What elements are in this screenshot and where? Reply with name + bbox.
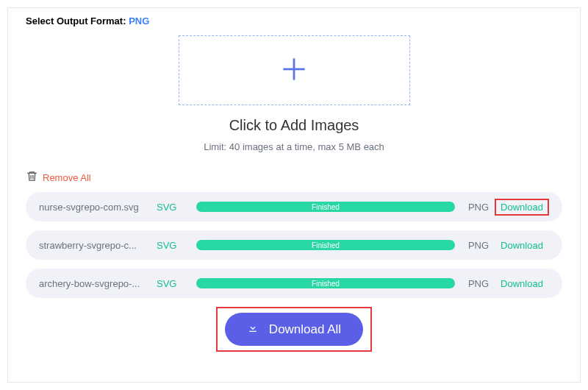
file-input-format: SVG bbox=[157, 240, 189, 251]
file-input-format: SVG bbox=[157, 202, 189, 213]
dropzone-title: Click to Add Images bbox=[26, 117, 562, 134]
plus-icon bbox=[278, 53, 310, 88]
download-icon bbox=[247, 322, 259, 337]
progress-status: Finished bbox=[312, 203, 340, 211]
progress-status: Finished bbox=[312, 241, 340, 249]
download-all-highlight: Download All bbox=[216, 307, 372, 352]
file-row: strawberry-svgrepo-c...SVGFinishedPNGDow… bbox=[26, 230, 562, 260]
svg-rect-4 bbox=[249, 331, 256, 332]
download-link[interactable]: Download bbox=[495, 240, 549, 251]
download-link[interactable]: Download bbox=[495, 199, 549, 216]
file-output-format: PNG bbox=[462, 202, 495, 213]
remove-all-label: Remove All bbox=[43, 172, 91, 183]
remove-all-button[interactable]: Remove All bbox=[26, 170, 562, 185]
file-row: nurse-svgrepo-com.svgSVGFinishedPNGDownl… bbox=[26, 192, 562, 221]
progress-bar: Finished bbox=[196, 202, 455, 212]
download-all-label: Download All bbox=[269, 322, 341, 337]
file-row: archery-bow-svgrepo-...SVGFinishedPNGDow… bbox=[26, 269, 562, 298]
output-format-value[interactable]: PNG bbox=[129, 15, 149, 26]
progress-bar: Finished bbox=[196, 240, 455, 250]
progress-status: Finished bbox=[312, 280, 340, 288]
output-format-header: Select Output Format: PNG bbox=[26, 15, 562, 26]
trash-icon bbox=[26, 170, 38, 185]
add-images-dropzone[interactable] bbox=[179, 35, 410, 105]
download-all-button[interactable]: Download All bbox=[225, 313, 363, 346]
download-link[interactable]: Download bbox=[495, 278, 549, 289]
file-name: archery-bow-svgrepo-... bbox=[39, 278, 157, 289]
file-name: strawberry-svgrepo-c... bbox=[39, 240, 157, 251]
file-output-format: PNG bbox=[462, 240, 495, 251]
progress-bar: Finished bbox=[196, 278, 455, 288]
file-input-format: SVG bbox=[157, 278, 189, 289]
dropzone-limit: Limit: 40 images at a time, max 5 MB eac… bbox=[26, 141, 562, 152]
file-name: nurse-svgrepo-com.svg bbox=[39, 202, 157, 213]
file-output-format: PNG bbox=[462, 278, 495, 289]
output-format-label: Select Output Format: bbox=[26, 15, 126, 26]
